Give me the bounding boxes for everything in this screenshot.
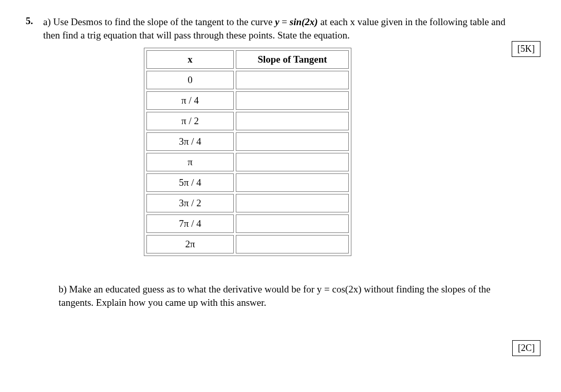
table-cell-slope[interactable] (236, 194, 349, 212)
marks-badge-b: [2C] (512, 340, 540, 356)
table-cell-x: 5π / 4 (146, 173, 234, 192)
table-row: 2π (146, 235, 349, 253)
part-a-eq-rhs: sin(2x) (290, 16, 318, 27)
table-container: x Slope of Tangent 0 π / 4 π / 2 3π / 4 … (144, 48, 535, 256)
table-cell-slope[interactable] (236, 173, 349, 192)
table-cell-x: 7π / 4 (146, 214, 234, 233)
table-cell-x: 3π / 4 (146, 132, 234, 151)
question-number: 5. (26, 15, 36, 27)
table-row: 0 (146, 71, 349, 89)
table-header-row: x Slope of Tangent (146, 50, 349, 69)
part-a-eq-lhs: y (275, 16, 279, 27)
question-part-a: a) Use Desmos to find the slope of the t… (43, 15, 519, 42)
table-cell-x: 3π / 2 (146, 194, 234, 212)
table-cell-x: π / 4 (146, 91, 234, 110)
question-header: 5. a) Use Desmos to find the slope of th… (26, 15, 519, 42)
question-part-b: b) Make an educated guess as to what the… (59, 283, 521, 309)
table-row: 7π / 4 (146, 214, 349, 233)
table-row: 3π / 4 (146, 132, 349, 151)
table-row: π / 4 (146, 91, 349, 110)
table-cell-slope[interactable] (236, 235, 349, 253)
table-cell-slope[interactable] (236, 91, 349, 110)
table-cell-slope[interactable] (236, 214, 349, 233)
table-cell-slope[interactable] (236, 71, 349, 89)
table-header-x: x (146, 50, 234, 69)
part-a-text-prefix: a) Use Desmos to find the slope of the t… (43, 16, 275, 27)
table-row: 3π / 2 (146, 194, 349, 212)
slope-table: x Slope of Tangent 0 π / 4 π / 2 3π / 4 … (144, 48, 351, 256)
table-row: 5π / 4 (146, 173, 349, 192)
table-cell-slope[interactable] (236, 153, 349, 171)
table-row: π (146, 153, 349, 171)
marks-badge-a: [5K] (512, 41, 540, 57)
table-row: π / 2 (146, 112, 349, 130)
part-a-eq-eq: = (279, 16, 290, 27)
part-b-eq-eq: = (322, 284, 332, 295)
table-cell-x: π / 2 (146, 112, 234, 130)
part-b-text-prefix: b) Make an educated guess as to what the… (59, 284, 317, 295)
table-cell-slope[interactable] (236, 112, 349, 130)
table-header-slope: Slope of Tangent (236, 50, 349, 69)
table-cell-x: 2π (146, 235, 234, 253)
table-cell-x: π (146, 153, 234, 171)
part-b-eq-lhs: y (317, 284, 322, 295)
part-b-eq-rhs: cos(2x) (332, 284, 362, 295)
table-cell-slope[interactable] (236, 132, 349, 151)
table-cell-x: 0 (146, 71, 234, 89)
